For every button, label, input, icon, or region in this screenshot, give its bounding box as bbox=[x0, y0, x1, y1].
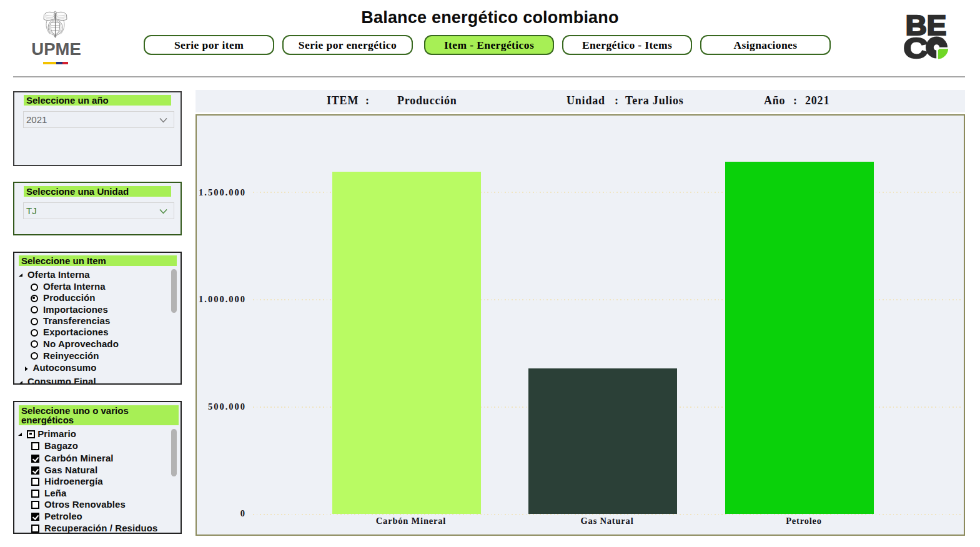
svg-text:C: C bbox=[904, 32, 928, 61]
